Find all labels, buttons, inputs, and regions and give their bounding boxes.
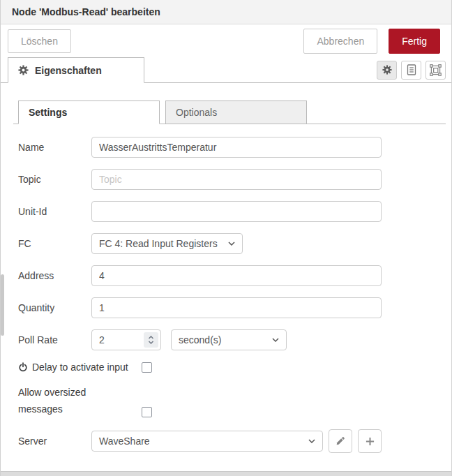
add-server-button[interactable] — [358, 429, 382, 453]
cancel-button[interactable]: Abbrechen — [303, 29, 377, 54]
done-button[interactable]: Fertig — [389, 29, 440, 54]
poll-rate-unit-select[interactable]: second(s) — [171, 329, 287, 350]
topic-row: Topic — [18, 169, 382, 190]
left-scrollbar-thumb[interactable] — [1, 274, 4, 336]
gear-icon — [18, 65, 29, 75]
quantity-input[interactable] — [91, 297, 382, 318]
address-row: Address — [18, 265, 382, 286]
form-tab-bar: Settings Optionals — [13, 101, 446, 124]
description-icon-button[interactable] — [401, 61, 421, 80]
topic-label: Topic — [18, 174, 91, 185]
spinner-icon — [148, 335, 154, 345]
tab-settings[interactable]: Settings — [18, 101, 160, 124]
poll-rate-stepper — [91, 329, 161, 350]
bottom-scrollbar-track[interactable] — [1, 471, 451, 476]
editor-icon-buttons — [377, 61, 451, 80]
gear-icon — [382, 65, 392, 75]
fc-select-value: FC 4: Read Input Registers — [99, 238, 228, 249]
unit-id-label: Unit-Id — [18, 206, 91, 217]
delete-button[interactable]: Löschen — [8, 29, 71, 53]
appearance-icon-button[interactable] — [425, 61, 446, 80]
tab-optionals[interactable]: Optionals — [165, 101, 307, 124]
unit-id-input[interactable] — [91, 201, 382, 222]
dialog-body: Settings Optionals Name Topic Unit-Id FC… — [1, 83, 451, 453]
server-select-value: WaveShare — [99, 436, 308, 447]
name-input[interactable] — [91, 137, 382, 158]
properties-icon-button[interactable] — [377, 61, 397, 80]
pencil-icon — [336, 436, 345, 446]
fc-row: FC FC 4: Read Input Registers — [18, 233, 382, 254]
poll-rate-unit-value: second(s) — [179, 334, 272, 345]
address-input[interactable] — [91, 265, 382, 286]
topic-input[interactable] — [91, 169, 382, 190]
fc-label: FC — [18, 238, 91, 249]
poll-rate-row: Poll Rate second(s) — [18, 329, 382, 350]
plus-icon — [366, 437, 375, 446]
spinner-up-down[interactable] — [144, 332, 158, 348]
quantity-label: Quantity — [18, 302, 91, 313]
chevron-down-icon — [228, 241, 235, 246]
server-row: Server WaveShare — [18, 429, 382, 453]
fc-select[interactable]: FC 4: Read Input Registers — [91, 233, 243, 254]
dialog-title: Node 'Modbus-Read' bearbeiten — [12, 6, 160, 17]
edit-server-button[interactable] — [329, 429, 352, 453]
unit-id-row: Unit-Id — [18, 201, 382, 222]
settings-form: Name Topic Unit-Id FC FC 4: Read Input R… — [1, 124, 451, 453]
oversized-label: Allow oversized messages — [18, 384, 103, 417]
appearance-icon — [430, 64, 442, 76]
editor-tab-bar: Eigenschaften — [1, 57, 451, 83]
power-icon — [18, 362, 28, 372]
document-icon — [407, 64, 416, 75]
poll-rate-label: Poll Rate — [18, 334, 91, 345]
delay-checkbox[interactable] — [142, 362, 152, 373]
chevron-down-icon — [272, 338, 279, 342]
server-select[interactable]: WaveShare — [91, 431, 323, 452]
quantity-row: Quantity — [18, 297, 382, 318]
dialog-toolbar: Löschen Abbrechen Fertig — [1, 24, 451, 57]
name-label: Name — [18, 142, 91, 153]
delay-label: Delay to activate input — [32, 362, 128, 373]
chevron-down-icon — [308, 439, 315, 443]
edit-node-dialog: Node 'Modbus-Read' bearbeiten Löschen Ab… — [0, 0, 452, 476]
oversized-row: Allow oversized messages — [18, 384, 382, 417]
tab-properties[interactable]: Eigenschaften — [8, 57, 144, 83]
dialog-header: Node 'Modbus-Read' bearbeiten — [1, 0, 451, 24]
tab-properties-label: Eigenschaften — [35, 65, 102, 76]
poll-rate-input[interactable] — [92, 330, 140, 350]
oversized-checkbox[interactable] — [142, 407, 152, 417]
name-row: Name — [18, 137, 382, 158]
delay-row: Delay to activate input — [18, 362, 382, 373]
address-label: Address — [18, 270, 91, 281]
server-label: Server — [18, 436, 91, 447]
